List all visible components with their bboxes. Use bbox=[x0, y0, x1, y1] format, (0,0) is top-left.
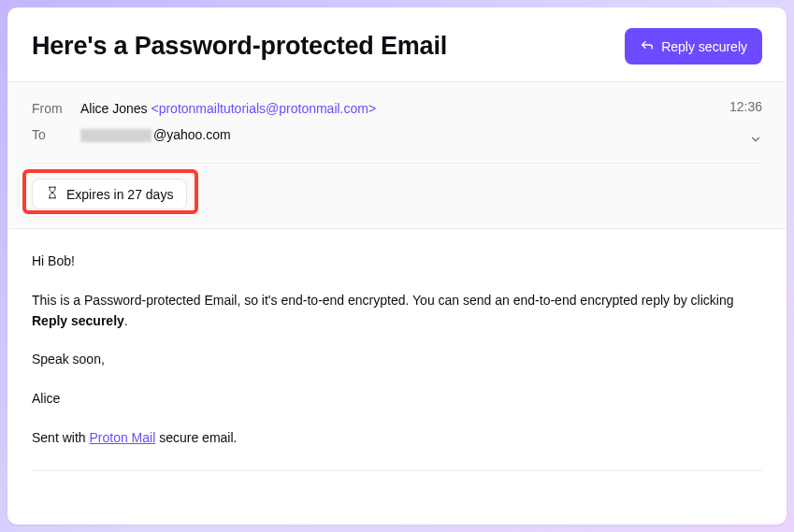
from-row: From Alice Jones <protonmailtutorials@pr… bbox=[32, 95, 762, 122]
body-text: This is a Password-protected Email, so i… bbox=[32, 293, 734, 308]
to-domain: @yahoo.com bbox=[153, 127, 231, 142]
hourglass-icon bbox=[46, 186, 59, 202]
reply-securely-button[interactable]: Reply securely bbox=[625, 28, 762, 65]
to-label: To bbox=[32, 127, 80, 142]
proton-mail-link[interactable]: Proton Mail bbox=[89, 430, 155, 445]
to-row: To @yahoo.com bbox=[32, 122, 762, 148]
to-redacted bbox=[80, 129, 152, 142]
body-text: Sent with bbox=[32, 430, 89, 445]
expiry-text: Expires in 27 days bbox=[66, 187, 173, 202]
email-body: Hi Bob! This is a Password-protected Ema… bbox=[7, 229, 787, 525]
body-sent-with: Sent with Proton Mail secure email. bbox=[32, 428, 762, 449]
body-strong: Reply securely bbox=[32, 313, 124, 328]
reply-icon bbox=[640, 37, 655, 55]
body-paragraph: This is a Password-protected Email, so i… bbox=[32, 291, 762, 331]
email-subject: Here's a Password-protected Email bbox=[32, 32, 447, 61]
email-meta: From Alice Jones <protonmailtutorials@pr… bbox=[7, 81, 787, 229]
from-label: From bbox=[32, 101, 80, 116]
body-signature: Alice bbox=[32, 389, 762, 410]
body-divider bbox=[32, 470, 762, 471]
body-text: . bbox=[124, 313, 128, 328]
email-header: Here's a Password-protected Email Reply … bbox=[7, 7, 787, 81]
from-name: Alice Jones bbox=[80, 101, 148, 116]
expiry-section: Expires in 27 days bbox=[32, 163, 762, 209]
body-text: secure email. bbox=[155, 430, 237, 445]
body-greeting: Hi Bob! bbox=[32, 252, 762, 272]
reply-button-label: Reply securely bbox=[661, 39, 747, 54]
from-email[interactable]: <protonmailtutorials@protonmail.com> bbox=[151, 101, 376, 116]
expiry-badge: Expires in 27 days bbox=[32, 179, 187, 209]
chevron-down-icon bbox=[749, 133, 762, 149]
body-closing: Speak soon, bbox=[32, 350, 762, 370]
expand-recipients-button[interactable] bbox=[749, 133, 762, 150]
timestamp: 12:36 bbox=[729, 99, 762, 114]
email-card: Here's a Password-protected Email Reply … bbox=[7, 7, 787, 525]
